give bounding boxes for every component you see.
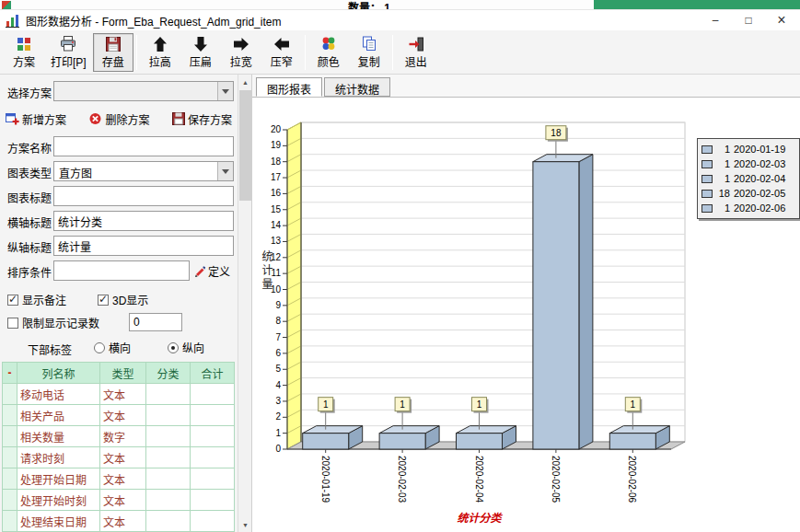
checkbox-show-notes[interactable]: 显示备注: [7, 292, 66, 307]
checkbox-label: 显示备注: [22, 292, 66, 307]
cell-type[interactable]: 文本: [100, 468, 146, 490]
toolbar-button-flatten[interactable]: 压扁: [180, 33, 221, 72]
cell-category[interactable]: [146, 405, 191, 426]
cell-total[interactable]: [191, 447, 235, 468]
toolbar-button-save[interactable]: 存盘: [93, 33, 133, 72]
button-new-scheme[interactable]: 新增方案: [4, 109, 68, 129]
button-delete-scheme[interactable]: 删除方案: [87, 109, 151, 129]
toolbar-button-narrow[interactable]: 压窄: [261, 33, 302, 72]
button-save-scheme[interactable]: 保存方案: [170, 109, 234, 129]
sort-condition-input[interactable]: [53, 260, 190, 281]
cell-name[interactable]: 移动电话: [17, 384, 100, 405]
cell-total[interactable]: [191, 511, 235, 532]
row-indicator[interactable]: [3, 468, 17, 490]
column-header[interactable]: 类型: [100, 363, 146, 384]
cell-name[interactable]: 处理结束日期: [17, 511, 100, 532]
scheme-buttons-row: 新增方案删除方案保存方案: [4, 109, 234, 129]
tab-statistics[interactable]: 统计数据: [324, 77, 390, 97]
define-link[interactable]: 定义: [193, 263, 230, 279]
toolbar-button-scheme[interactable]: 方案: [4, 33, 44, 72]
scheme-name-label: 方案名称: [7, 140, 52, 156]
toolbar-button-color[interactable]: 颜色: [308, 33, 349, 72]
cell-total[interactable]: [191, 468, 235, 490]
limit-records-input[interactable]: [129, 313, 182, 331]
scrollbar-thumb[interactable]: [239, 90, 251, 201]
cell-type[interactable]: 文本: [100, 511, 146, 532]
title-bar[interactable]: 图形数据分析 - Form_Eba_Request_Adm_grid_item …: [0, 10, 800, 30]
radio-horizontal[interactable]: 横向: [94, 340, 131, 355]
minimize-icon[interactable]: –: [699, 10, 732, 30]
cell-name[interactable]: 相关数量: [17, 426, 100, 447]
close-icon[interactable]: ×: [765, 10, 798, 30]
row-indicator[interactable]: [3, 490, 17, 511]
legend-item: 12020-01-19: [701, 142, 795, 156]
scheme-name-input[interactable]: [53, 136, 234, 156]
toolbar-button-exit[interactable]: 退出: [396, 33, 436, 72]
radio-vertical[interactable]: 纵向: [168, 340, 204, 355]
row-indicator[interactable]: [3, 511, 17, 532]
cell-name[interactable]: 处理开始日期: [17, 468, 100, 490]
cell-type[interactable]: 文本: [100, 384, 146, 405]
legend-item: 12020-02-04: [701, 171, 795, 186]
cell-total[interactable]: [191, 384, 235, 405]
row-indicator[interactable]: [3, 384, 17, 405]
cell-type[interactable]: 文本: [100, 447, 146, 468]
cell-category[interactable]: [146, 468, 191, 490]
y-tick-label: 16: [271, 188, 282, 198]
toolbar-button-print[interactable]: 打印[P]: [44, 33, 93, 72]
chevron-down-icon[interactable]: [217, 162, 233, 180]
chart-type-select[interactable]: 直方图: [53, 161, 234, 181]
cell-total[interactable]: [191, 405, 235, 426]
left-panel: 选择方案 新增方案删除方案保存方案 方案名称 图表类型 直方图 图表标题 横轴标…: [0, 75, 238, 532]
chart-title-input[interactable]: [53, 186, 234, 206]
maximize-icon[interactable]: □: [732, 10, 765, 30]
cell-category[interactable]: [146, 384, 191, 405]
chevron-down-icon[interactable]: [217, 82, 233, 100]
legend-label: 2020-02-05: [734, 188, 785, 199]
row-indicator[interactable]: [3, 447, 17, 468]
select-scheme-combo[interactable]: [53, 81, 234, 101]
cell-total[interactable]: [191, 490, 235, 511]
checkbox-icon: [7, 295, 18, 306]
cell-name[interactable]: 处理开始时刻: [17, 490, 100, 511]
y-tick-label: 14: [271, 220, 282, 230]
table-row: 请求时刻文本: [3, 447, 235, 468]
tab-graph-report[interactable]: 图形报表: [256, 77, 322, 97]
checkbox-3d-display[interactable]: 3D显示: [98, 292, 148, 307]
cell-name[interactable]: 请求时刻: [17, 447, 100, 468]
window-controls: – □ ×: [699, 10, 798, 30]
y-tick-label: 3: [275, 396, 281, 406]
column-header[interactable]: 合计: [191, 363, 235, 384]
toolbar-button-label: 压扁: [190, 53, 212, 69]
cell-category[interactable]: [146, 511, 191, 532]
bar: [303, 434, 349, 449]
limit-records-row: 限制显示记录数: [0, 313, 238, 337]
cell-type[interactable]: 数字: [100, 426, 146, 447]
toolbar-button-stretch-tall[interactable]: 拉高: [140, 33, 180, 72]
cell-category[interactable]: [146, 490, 191, 511]
table-row: 处理开始日期文本: [3, 468, 235, 490]
table-corner-marker[interactable]: -: [3, 363, 17, 384]
y-axis-title-input[interactable]: [53, 236, 234, 256]
x-axis-title-input[interactable]: [53, 211, 234, 231]
scroll-down-icon[interactable]: ▼: [238, 517, 252, 532]
cell-type[interactable]: 文本: [100, 405, 146, 426]
column-header[interactable]: 列名称: [17, 363, 100, 384]
cell-category[interactable]: [146, 426, 191, 447]
row-indicator[interactable]: [3, 426, 17, 447]
cell-name[interactable]: 相关产品: [17, 405, 100, 426]
radio-label: 纵向: [182, 340, 204, 355]
column-header[interactable]: 分类: [146, 363, 191, 384]
toolbar-separator: [392, 35, 393, 70]
toolbar-button-copy[interactable]: 复制: [349, 33, 389, 72]
row-indicator[interactable]: [3, 405, 17, 426]
cell-total[interactable]: [191, 426, 235, 447]
cell-type[interactable]: 文本: [100, 490, 146, 511]
legend-value: 1: [716, 158, 730, 169]
scroll-up-icon[interactable]: ▲: [238, 75, 252, 89]
x-tick-label: 2020-02-05: [551, 456, 561, 503]
vertical-scrollbar[interactable]: ▲ ▼: [238, 75, 251, 532]
checkbox-limit-records[interactable]: 限制显示记录数: [7, 315, 99, 330]
cell-category[interactable]: [146, 447, 191, 468]
toolbar-button-widen[interactable]: 拉宽: [221, 33, 261, 72]
